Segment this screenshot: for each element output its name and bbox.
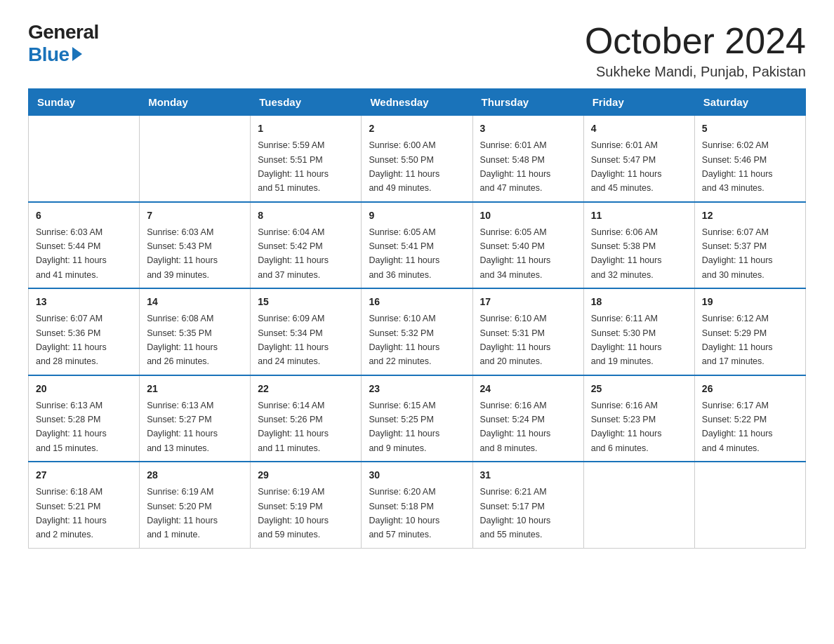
day-number: 25 (591, 382, 687, 396)
day-number: 7 (147, 208, 243, 223)
weekday-header: Wednesday (362, 89, 472, 116)
calendar-day-cell: 2Sunrise: 6:00 AM Sunset: 5:50 PM Daylig… (362, 116, 472, 202)
calendar-day-cell: 21Sunrise: 6:13 AM Sunset: 5:27 PM Dayli… (140, 375, 251, 462)
day-info: Sunrise: 6:09 AM Sunset: 5:34 PM Dayligh… (258, 314, 329, 366)
day-number: 20 (36, 382, 132, 396)
calendar-day-cell: 22Sunrise: 6:14 AM Sunset: 5:26 PM Dayli… (251, 375, 362, 462)
calendar-day-cell: 16Sunrise: 6:10 AM Sunset: 5:32 PM Dayli… (362, 288, 472, 375)
day-number: 1 (258, 121, 354, 136)
day-info: Sunrise: 6:15 AM Sunset: 5:25 PM Dayligh… (369, 401, 439, 453)
day-number: 26 (702, 382, 798, 396)
day-info: Sunrise: 6:02 AM Sunset: 5:46 PM Dayligh… (702, 140, 773, 193)
day-info: Sunrise: 6:05 AM Sunset: 5:41 PM Dayligh… (369, 227, 439, 280)
page-title: October 2024 (585, 21, 806, 61)
calendar-day-cell (29, 116, 140, 202)
day-number: 8 (258, 208, 354, 223)
calendar-day-cell: 13Sunrise: 6:07 AM Sunset: 5:36 PM Dayli… (29, 288, 140, 375)
calendar-day-cell: 6Sunrise: 6:03 AM Sunset: 5:44 PM Daylig… (29, 202, 140, 289)
calendar-day-cell: 24Sunrise: 6:16 AM Sunset: 5:24 PM Dayli… (472, 375, 583, 462)
day-info: Sunrise: 6:03 AM Sunset: 5:43 PM Dayligh… (147, 227, 218, 280)
day-info: Sunrise: 6:08 AM Sunset: 5:35 PM Dayligh… (147, 314, 218, 366)
day-info: Sunrise: 6:13 AM Sunset: 5:28 PM Dayligh… (36, 401, 107, 453)
calendar-day-cell (583, 462, 694, 548)
day-number: 2 (369, 121, 465, 136)
day-info: Sunrise: 6:14 AM Sunset: 5:26 PM Dayligh… (258, 401, 329, 453)
calendar-day-cell: 8Sunrise: 6:04 AM Sunset: 5:42 PM Daylig… (251, 202, 362, 289)
day-number: 3 (480, 121, 576, 136)
calendar-week-row: 6Sunrise: 6:03 AM Sunset: 5:44 PM Daylig… (29, 202, 806, 289)
calendar-day-cell: 25Sunrise: 6:16 AM Sunset: 5:23 PM Dayli… (583, 375, 694, 462)
calendar-day-cell: 23Sunrise: 6:15 AM Sunset: 5:25 PM Dayli… (362, 375, 472, 462)
calendar-day-cell: 27Sunrise: 6:18 AM Sunset: 5:21 PM Dayli… (29, 462, 140, 548)
calendar-week-row: 1Sunrise: 5:59 AM Sunset: 5:51 PM Daylig… (29, 116, 806, 202)
calendar-day-cell: 4Sunrise: 6:01 AM Sunset: 5:47 PM Daylig… (583, 116, 694, 202)
calendar-day-cell: 10Sunrise: 6:05 AM Sunset: 5:40 PM Dayli… (472, 202, 583, 289)
day-info: Sunrise: 6:19 AM Sunset: 5:19 PM Dayligh… (258, 487, 329, 539)
day-info: Sunrise: 6:07 AM Sunset: 5:36 PM Dayligh… (36, 314, 107, 366)
day-info: Sunrise: 5:59 AM Sunset: 5:51 PM Dayligh… (258, 140, 329, 193)
calendar-table: SundayMondayTuesdayWednesdayThursdayFrid… (28, 88, 806, 549)
weekday-header: Thursday (472, 89, 583, 116)
day-number: 11 (591, 208, 687, 223)
day-info: Sunrise: 6:18 AM Sunset: 5:21 PM Dayligh… (36, 487, 107, 539)
day-number: 28 (147, 468, 243, 483)
day-info: Sunrise: 6:01 AM Sunset: 5:48 PM Dayligh… (480, 140, 551, 193)
logo-general-text: General (28, 21, 99, 43)
calendar-day-cell: 5Sunrise: 6:02 AM Sunset: 5:46 PM Daylig… (694, 116, 805, 202)
day-info: Sunrise: 6:13 AM Sunset: 5:27 PM Dayligh… (147, 401, 218, 453)
day-number: 5 (702, 121, 798, 136)
day-number: 29 (258, 468, 354, 483)
day-info: Sunrise: 6:12 AM Sunset: 5:29 PM Dayligh… (702, 314, 773, 366)
day-info: Sunrise: 6:10 AM Sunset: 5:32 PM Dayligh… (369, 314, 439, 366)
day-number: 16 (369, 295, 465, 309)
calendar-day-cell: 18Sunrise: 6:11 AM Sunset: 5:30 PM Dayli… (583, 288, 694, 375)
calendar-day-cell: 17Sunrise: 6:10 AM Sunset: 5:31 PM Dayli… (472, 288, 583, 375)
day-number: 23 (369, 382, 465, 396)
weekday-header: Saturday (694, 89, 805, 116)
calendar-week-row: 27Sunrise: 6:18 AM Sunset: 5:21 PM Dayli… (29, 462, 806, 548)
day-info: Sunrise: 6:00 AM Sunset: 5:50 PM Dayligh… (369, 140, 439, 193)
calendar-header-row: SundayMondayTuesdayWednesdayThursdayFrid… (29, 89, 806, 116)
day-number: 14 (147, 295, 243, 309)
day-info: Sunrise: 6:05 AM Sunset: 5:40 PM Dayligh… (480, 227, 551, 280)
day-number: 18 (591, 295, 687, 309)
day-info: Sunrise: 6:19 AM Sunset: 5:20 PM Dayligh… (147, 487, 218, 539)
day-number: 9 (369, 208, 465, 223)
page-subtitle: Sukheke Mandi, Punjab, Pakistan (585, 64, 806, 80)
day-info: Sunrise: 6:01 AM Sunset: 5:47 PM Dayligh… (591, 140, 662, 193)
day-number: 31 (480, 468, 576, 483)
calendar-day-cell: 7Sunrise: 6:03 AM Sunset: 5:43 PM Daylig… (140, 202, 251, 289)
calendar-day-cell: 15Sunrise: 6:09 AM Sunset: 5:34 PM Dayli… (251, 288, 362, 375)
day-number: 21 (147, 382, 243, 396)
day-info: Sunrise: 6:16 AM Sunset: 5:23 PM Dayligh… (591, 401, 662, 453)
day-number: 22 (258, 382, 354, 396)
title-block: October 2024 Sukheke Mandi, Punjab, Paki… (585, 21, 806, 80)
logo-arrow-icon (72, 47, 82, 61)
weekday-header: Tuesday (251, 89, 362, 116)
calendar-day-cell (694, 462, 805, 548)
day-info: Sunrise: 6:17 AM Sunset: 5:22 PM Dayligh… (702, 401, 773, 453)
day-number: 6 (36, 208, 132, 223)
logo-blue-text: Blue (28, 43, 82, 66)
calendar-day-cell: 12Sunrise: 6:07 AM Sunset: 5:37 PM Dayli… (694, 202, 805, 289)
calendar-day-cell: 14Sunrise: 6:08 AM Sunset: 5:35 PM Dayli… (140, 288, 251, 375)
calendar-week-row: 13Sunrise: 6:07 AM Sunset: 5:36 PM Dayli… (29, 288, 806, 375)
calendar-day-cell: 19Sunrise: 6:12 AM Sunset: 5:29 PM Dayli… (694, 288, 805, 375)
logo: General Blue (28, 21, 99, 66)
day-info: Sunrise: 6:16 AM Sunset: 5:24 PM Dayligh… (480, 401, 551, 453)
calendar-day-cell: 29Sunrise: 6:19 AM Sunset: 5:19 PM Dayli… (251, 462, 362, 548)
day-info: Sunrise: 6:07 AM Sunset: 5:37 PM Dayligh… (702, 227, 773, 280)
day-info: Sunrise: 6:21 AM Sunset: 5:17 PM Dayligh… (480, 487, 551, 539)
calendar-week-row: 20Sunrise: 6:13 AM Sunset: 5:28 PM Dayli… (29, 375, 806, 462)
day-info: Sunrise: 6:20 AM Sunset: 5:18 PM Dayligh… (369, 487, 439, 539)
day-info: Sunrise: 6:06 AM Sunset: 5:38 PM Dayligh… (591, 227, 662, 280)
calendar-day-cell: 20Sunrise: 6:13 AM Sunset: 5:28 PM Dayli… (29, 375, 140, 462)
page-header: General Blue October 2024 Sukheke Mandi,… (28, 21, 806, 80)
day-number: 27 (36, 468, 132, 483)
calendar-day-cell: 11Sunrise: 6:06 AM Sunset: 5:38 PM Dayli… (583, 202, 694, 289)
day-number: 12 (702, 208, 798, 223)
day-number: 4 (591, 121, 687, 136)
calendar-day-cell: 26Sunrise: 6:17 AM Sunset: 5:22 PM Dayli… (694, 375, 805, 462)
day-number: 10 (480, 208, 576, 223)
day-number: 13 (36, 295, 132, 309)
